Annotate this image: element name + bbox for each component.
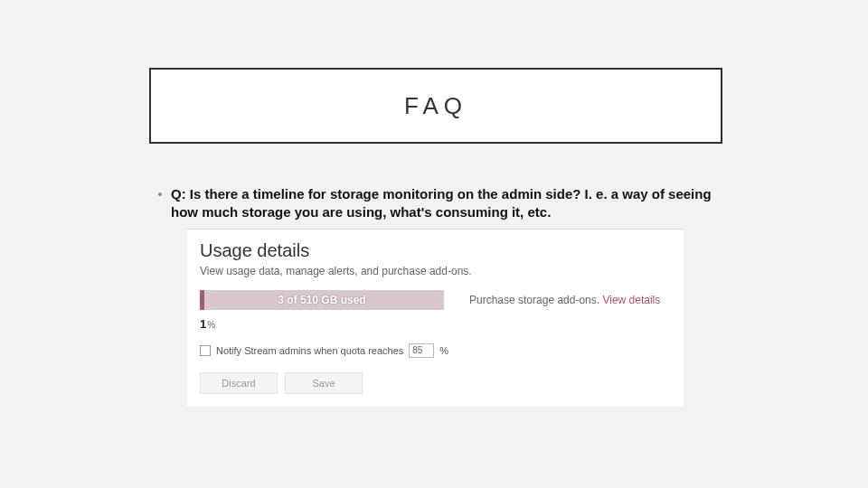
view-details-link[interactable]: View details [602,294,660,306]
notify-row: Notify Stream admins when quota reaches … [200,343,671,358]
storage-progress-bar: 3 of 510 GB used [200,290,444,310]
button-row: Discard Save [200,372,671,394]
percent-value: 1 [200,317,206,331]
faq-item: • Q: Is there a timeline for storage mon… [149,185,728,221]
bullet-icon: • [149,185,171,203]
slide: FAQ • Q: Is there a timeline for storage… [0,0,868,488]
storage-row: 3 of 510 GB used Purchase storage add-on… [200,290,671,310]
storage-progress-label: 3 of 510 GB used [200,290,444,310]
save-button[interactable]: Save [285,372,363,394]
usage-heading: Usage details [200,240,671,261]
percent-used: 1% [200,317,671,331]
quota-threshold-input[interactable]: 85 [409,343,434,358]
faq-question: Q: Is there a timeline for storage monit… [171,185,728,221]
addons-prefix: Purchase storage add-ons. [469,294,602,306]
faq-body: • Q: Is there a timeline for storage mon… [149,185,728,221]
addons-text: Purchase storage add-ons. View details [469,294,660,306]
discard-button[interactable]: Discard [200,372,278,394]
usage-details-panel: Usage details View usage data, manage al… [187,229,684,407]
notify-checkbox[interactable] [200,345,211,356]
usage-subtitle: View usage data, manage alerts, and purc… [200,265,671,277]
quota-suffix: % [439,345,448,356]
percent-symbol: % [207,320,215,330]
title-box: FAQ [149,68,722,144]
notify-label: Notify Stream admins when quota reaches [216,345,403,356]
page-title: FAQ [404,92,467,120]
